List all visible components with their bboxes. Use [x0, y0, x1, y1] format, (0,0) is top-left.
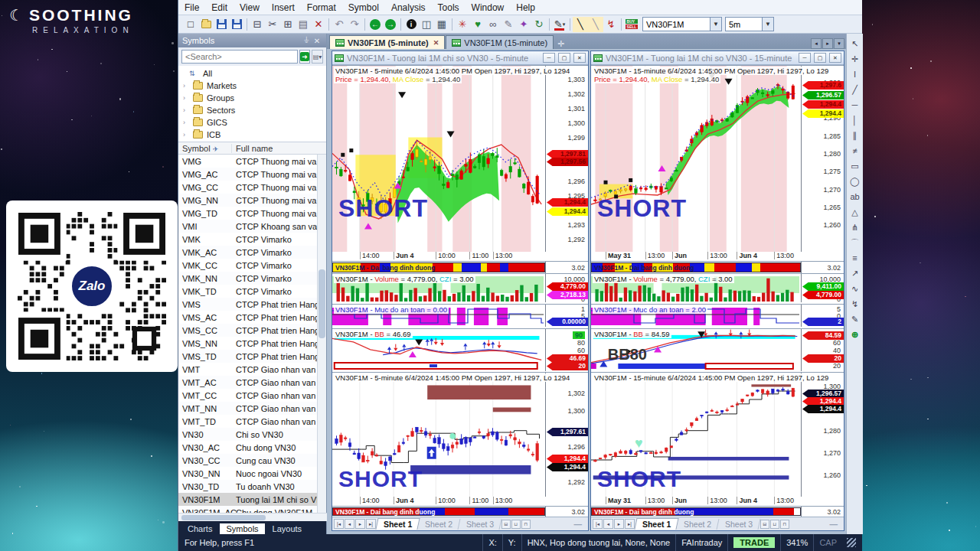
sheet-tab-2[interactable]: Sheet 2 — [418, 519, 461, 530]
sidebar-item-sectors[interactable]: ›Sectors — [178, 104, 326, 116]
rectangle-tool-icon[interactable]: ▭ — [848, 159, 862, 173]
table-row[interactable]: VMK_ACCTCP Vimarko — [178, 246, 318, 259]
sheet-tab-2[interactable]: Sheet 2 — [677, 519, 720, 530]
panel-tab-symbols[interactable]: Symbols — [220, 523, 264, 534]
crosshair-tool-icon[interactable]: ✛ — [848, 52, 862, 66]
arc-tool-icon[interactable]: ⌒ — [848, 236, 862, 249]
table-row[interactable]: VMTCTCP Giao nhan van tai — [178, 363, 318, 376]
sheet-nav-button[interactable]: |◂ — [334, 519, 344, 529]
sheet-option-button[interactable]: ⊓ — [521, 520, 531, 529]
copy-icon[interactable]: ⊞ — [280, 17, 296, 32]
sheet-option-button[interactable]: ⊟ — [501, 520, 511, 529]
forward-icon[interactable]: → — [383, 17, 398, 32]
pin-icon[interactable]: ⏚ — [301, 36, 312, 45]
menu-format[interactable]: Format — [301, 1, 342, 15]
sheet-nav-button[interactable]: ◂ — [603, 519, 613, 529]
ellipse-tool-icon[interactable]: ◯ — [848, 174, 862, 188]
save-icon[interactable] — [214, 17, 229, 32]
table-row[interactable]: VMT_NNCTCP Giao nhan van tai — [178, 402, 318, 415]
sheet-nav-button[interactable]: ▸| — [625, 519, 635, 529]
symbol-column-header[interactable]: Symbol ✈ — [178, 144, 232, 153]
wave-tool-icon[interactable]: ∿ — [848, 282, 862, 295]
table-row[interactable]: VMG_NNCTCP Thuong mai va D — [178, 194, 318, 207]
chart-tab-1[interactable]: VN30F1M (15-minute) — [446, 35, 554, 49]
interval-combo[interactable]: 5m▼ — [725, 17, 774, 31]
sheet-tab-1[interactable]: Sheet 1 — [375, 518, 420, 530]
table-row[interactable]: VMGCTCP Thuong mai va D — [178, 155, 318, 168]
layers-icon[interactable]: ▦ — [434, 17, 449, 32]
sheet-option-button[interactable]: ⊓ — [780, 520, 789, 529]
sidebar-item-icb[interactable]: ›ICB — [178, 129, 326, 141]
pitchfork-tool-icon[interactable]: ⋔ — [848, 220, 862, 234]
table-row[interactable]: VN30F1MTuong lai 1M chi so VN — [178, 493, 318, 506]
zigzag-style-icon[interactable]: ↯ — [603, 17, 619, 32]
vertical-line-tool-icon[interactable]: │ — [848, 113, 862, 127]
sheet-nav-button[interactable]: ▸| — [366, 519, 376, 529]
refresh-icon[interactable]: ↻ — [531, 17, 547, 32]
table-row[interactable]: VMG_CCCTCP Thuong mai va D — [178, 181, 318, 194]
text-tool-icon[interactable]: ab — [848, 190, 862, 204]
symbol-combo[interactable]: VN30F1M▼ — [642, 17, 722, 31]
table-row[interactable]: VMT_ACCTCP Giao nhan van tai — [178, 376, 318, 389]
sidebar-item-markets[interactable]: ›Markets — [178, 80, 326, 92]
print-icon[interactable]: ⊟ — [250, 17, 265, 32]
table-row[interactable]: VMK_CCCTCP Vimarko — [178, 259, 318, 272]
back-icon[interactable]: ← — [368, 17, 383, 32]
text-cursor-tool-icon[interactable]: I — [848, 67, 862, 81]
undo-icon[interactable]: ↶ — [332, 17, 347, 32]
cut-icon[interactable]: ✂ — [265, 17, 280, 32]
redo-icon[interactable]: ↷ — [347, 17, 362, 32]
expand-arrow-icon[interactable]: › — [183, 131, 189, 139]
table-row[interactable]: VMS_TDCTCP Phat trien Hang H — [178, 350, 318, 363]
chevron-down-icon[interactable]: ▼ — [710, 18, 721, 31]
line-color-icon[interactable]: ✎▾ — [552, 17, 567, 32]
minimize-button[interactable]: ─ — [799, 53, 811, 63]
brush-tool-icon[interactable]: ✎ — [848, 312, 862, 326]
close-button[interactable]: ✕ — [829, 53, 841, 63]
table-row[interactable]: VMICTCP Khoang san va D — [178, 220, 318, 233]
chart-tab-0[interactable]: VN30F1M (5-minute)✕ — [329, 35, 445, 49]
fullname-column-header[interactable]: Full name — [232, 144, 326, 153]
symbol-table-hscrollbar[interactable] — [178, 513, 327, 521]
arrow-tool-icon[interactable]: ↗ — [848, 266, 862, 280]
table-row[interactable]: VN30_CCCung cau VN30 — [178, 454, 318, 467]
menu-window[interactable]: Window — [466, 1, 511, 15]
info-icon[interactable]: i — [403, 17, 419, 32]
tab-menu-icon[interactable]: ▾ — [834, 38, 844, 49]
table-row[interactable]: VN30Chi so VN30 — [178, 428, 318, 441]
open-file-icon[interactable] — [198, 17, 214, 32]
regression-tool-icon[interactable]: ≠ — [848, 144, 862, 158]
zigzag-tool-icon[interactable]: ↯ — [848, 297, 862, 311]
analysis-icon[interactable]: ✳ — [455, 17, 470, 32]
trend-line-tool-icon[interactable]: ╱ — [848, 83, 862, 96]
table-row[interactable]: VMK_NNCTCP Vimarko — [178, 272, 318, 285]
close-button[interactable]: ✕ — [573, 53, 586, 63]
menu-help[interactable]: Help — [510, 1, 541, 15]
sheet-nav-button[interactable]: |◂ — [593, 519, 603, 529]
table-row[interactable]: VMT_TDCTCP Giao nhan van tai — [178, 415, 318, 428]
buy-sell-icon[interactable]: BUYSELL — [624, 17, 639, 32]
fibonacci-tool-icon[interactable]: ≡ — [848, 251, 862, 265]
sheet-nav-button[interactable]: ◂ — [345, 519, 354, 529]
close-icon[interactable]: ✕ — [312, 37, 322, 45]
minimize-button[interactable]: ─ — [543, 53, 555, 63]
sheet-nav-button[interactable]: ▸ — [614, 519, 624, 529]
delete-icon[interactable]: ✕ — [311, 17, 326, 32]
new-file-icon[interactable]: □ — [183, 17, 198, 32]
splitter-handle[interactable]: — — [830, 520, 838, 529]
favorites-icon[interactable]: ♥ — [470, 17, 485, 32]
search-go-button[interactable]: ➜ — [299, 50, 310, 64]
table-row[interactable]: VMG_TDCTCP Thuong mai va D — [178, 207, 318, 220]
sheet-option-button[interactable]: ⊔ — [511, 520, 521, 529]
parallel-lines-tool-icon[interactable]: ∥ — [848, 129, 862, 142]
table-row[interactable]: VN30_NNNuoc ngoai VN30 — [178, 467, 318, 480]
sidebar-item-gics[interactable]: ›GICS — [178, 116, 326, 129]
expand-arrow-icon[interactable]: › — [183, 94, 189, 102]
sheet-option-button[interactable]: ⊟ — [760, 520, 769, 529]
menu-tools[interactable]: Tools — [432, 1, 466, 15]
table-row[interactable]: VMS_CCCTCP Phat trien Hang H — [178, 324, 318, 337]
sheet-tab-3[interactable]: Sheet 3 — [717, 519, 760, 530]
close-tab-icon[interactable]: ✕ — [433, 39, 439, 47]
new-tab-icon[interactable]: ✛ — [557, 39, 564, 49]
menu-edit[interactable]: Edit — [205, 1, 234, 15]
